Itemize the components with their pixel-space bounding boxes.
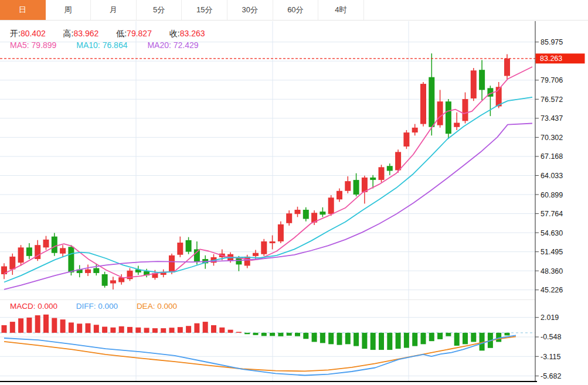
axis-label: 67.168 (541, 152, 563, 161)
axis-label: 57.764 (541, 210, 563, 218)
diff-readout: DIFF: 0.000 (76, 302, 118, 311)
close-readout: 收:83.263 (169, 29, 205, 38)
high-readout: 高:83.962 (63, 29, 99, 38)
ma5-readout: MA5: 79.899 (10, 40, 56, 50)
tab-15min[interactable]: 15分 (182, 0, 227, 20)
current-price-badge: 83.263 (536, 53, 585, 63)
tab-4hour[interactable]: 4时 (318, 0, 364, 20)
tab-week[interactable]: 周 (46, 0, 91, 20)
axis-label: -3.115 (541, 353, 561, 361)
tab-60min[interactable]: 60分 (273, 0, 319, 20)
low-readout: 低:79.827 (116, 29, 152, 38)
ma20-readout: MA20: 72.429 (147, 40, 198, 50)
axis-label: 64.033 (541, 172, 563, 180)
axis-label: 76.572 (541, 96, 563, 104)
axis-label: 60.899 (541, 191, 563, 199)
axis-label: 79.706 (541, 76, 563, 84)
axis-label: 51.495 (541, 248, 563, 256)
axis-label: 2.019 (541, 314, 559, 322)
dea-readout: DEA: 0.000 (137, 302, 177, 311)
tab-day[interactable]: 日 (0, 0, 46, 20)
macd-readout: MACD: 0.000 (10, 302, 57, 311)
open-readout: 开:80.402 (10, 29, 46, 38)
tab-30min[interactable]: 30分 (227, 0, 273, 20)
kline-chart-app: 85.97579.70676.57273.43770.30267.16864.0… (0, 0, 588, 385)
chart-canvas[interactable]: 85.97579.70676.57273.43770.30267.16864.0… (0, 0, 588, 385)
axis-label: 85.975 (541, 38, 563, 46)
ma-legend: MA5: 79.899 MA10: 76.864 MA20: 72.429 (10, 40, 216, 50)
axis-label: 45.226 (541, 286, 563, 294)
axis-label: 73.437 (541, 114, 563, 122)
ohlc-legend: 开:80.402 高:83.962 低:79.827 收:83.263 (10, 29, 220, 39)
price-badge-label: 83.263 (540, 54, 562, 63)
tab-5min[interactable]: 5分 (137, 0, 182, 20)
axis-label: -5.682 (541, 372, 561, 380)
timeframe-tabbar: 日 周 月 5分 15分 30分 60分 4时 (0, 0, 588, 21)
axis-label: -0.548 (541, 333, 561, 341)
axis-label: 54.630 (541, 229, 563, 237)
macd-legend: MACD: 0.000 DIFF: 0.000 DEA: 0.000 (10, 302, 193, 311)
tab-month[interactable]: 月 (91, 0, 137, 20)
main-chart-plot-area[interactable] (0, 21, 535, 299)
axis-label: 70.302 (541, 134, 563, 142)
macd-plot-area[interactable] (0, 300, 535, 381)
ma10-readout: MA10: 76.864 (76, 40, 127, 50)
axis-label: 48.360 (541, 267, 563, 275)
